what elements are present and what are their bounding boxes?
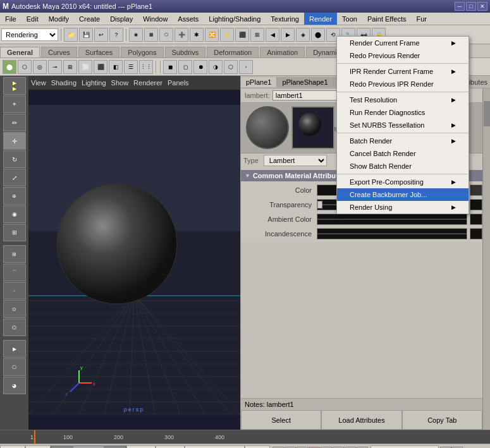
minimize-button[interactable]: ─: [455, 2, 465, 11]
toolbar2-icon-r6[interactable]: ◦: [239, 60, 253, 74]
sidebar-scale[interactable]: ⤢: [3, 169, 26, 186]
toolbar-icon-14[interactable]: ◀: [266, 28, 279, 42]
render-menu-item-render-current[interactable]: Render Current Frame ▶: [337, 37, 469, 49]
menu-file[interactable]: File: [0, 13, 21, 25]
toolbar2-icon-5[interactable]: ⊞: [63, 60, 77, 74]
current-range-start[interactable]: 1.00: [25, 445, 51, 449]
sidebar-snap-view[interactable]: ⊙: [3, 300, 26, 318]
tab-animation[interactable]: Animation: [260, 47, 305, 58]
range-slider[interactable]: [51, 445, 126, 449]
type-select[interactable]: Lambert: [264, 155, 327, 166]
toolbar2-icon-r1[interactable]: ◼: [163, 60, 177, 74]
end-range-field[interactable]: 24.00: [126, 445, 156, 449]
render-menu-item-redo-prev[interactable]: Redo Previous Render: [337, 49, 469, 62]
sidebar-move[interactable]: ✛: [3, 132, 26, 150]
viewport-canvas[interactable]: x y z persp: [28, 90, 240, 430]
render-menu-item-redo-ipr[interactable]: Redo Previous IPR Render: [337, 78, 469, 90]
toolbar-icon-5[interactable]: ◉: [129, 28, 143, 42]
menu-create[interactable]: Create: [74, 13, 105, 25]
no-anim-layer-dropdown[interactable]: ▼ No Anim Layer: [185, 445, 245, 449]
toolbar2-icon-r5[interactable]: ⬡: [224, 60, 238, 74]
toolbar-icon-15[interactable]: ▶: [281, 28, 295, 42]
render-menu-item-cancel-batch[interactable]: Cancel Batch Render: [337, 147, 469, 160]
scroll-thumb[interactable]: [484, 101, 490, 126]
toolbar2-icon-2[interactable]: ⬡: [18, 60, 32, 74]
close-button[interactable]: ✕: [477, 2, 487, 11]
menu-paint-effects[interactable]: Paint Effects: [362, 13, 412, 25]
no-char-set-dropdown[interactable]: ▼ No Character Set: [371, 445, 439, 449]
toolbar-icon-8[interactable]: ➕: [175, 28, 188, 42]
maximize-button[interactable]: □: [466, 2, 476, 11]
sidebar-render[interactable]: ▶: [3, 340, 26, 358]
toolbar2-icon-6[interactable]: ⬜: [78, 60, 92, 74]
toolbar-icon-10[interactable]: 🔀: [205, 28, 219, 42]
toolbar-icon-17[interactable]: ⬤: [311, 28, 325, 42]
mode-selector[interactable]: Rendering: [1, 28, 58, 41]
incandescence-swatch[interactable]: [470, 228, 482, 239]
menu-toon[interactable]: Toon: [337, 13, 362, 25]
sidebar-display[interactable]: ◕: [3, 377, 26, 394]
menu-window[interactable]: Window: [138, 13, 173, 25]
sidebar-history[interactable]: ⌬: [3, 318, 26, 336]
window-controls[interactable]: ─ □ ✕: [455, 2, 487, 11]
sidebar-paint[interactable]: ✏: [3, 114, 26, 131]
toolbar2-icon-r3[interactable]: ⏺: [193, 60, 207, 74]
render-menu-item-run-diag[interactable]: Run Render Diagnostics: [337, 106, 469, 119]
attr-tab-pplane1[interactable]: pPlane1: [241, 77, 277, 87]
sidebar-snap-curve[interactable]: ⌒: [3, 263, 26, 281]
menu-assets[interactable]: Assets: [173, 13, 204, 25]
tab-subdivs[interactable]: Subdrivs: [165, 47, 206, 58]
sidebar-snap-point[interactable]: ◦: [3, 282, 26, 300]
tab-curves[interactable]: Curves: [41, 47, 77, 58]
tab-polygons[interactable]: Polygons: [121, 47, 163, 58]
toolbar2-icon-7[interactable]: ⬛: [94, 60, 107, 74]
toolbar-icon-16[interactable]: ◈: [296, 28, 310, 42]
viewport-menu-panels[interactable]: Panels: [168, 79, 189, 87]
sidebar-lasso[interactable]: ⌖: [3, 95, 26, 113]
start-frame-field[interactable]: 1.00: [0, 445, 25, 449]
render-menu-item-set-nurbs[interactable]: Set NURBS Tessellation ▶: [337, 119, 469, 131]
tab-surfaces[interactable]: Surfaces: [78, 47, 119, 58]
viewport-menu-view[interactable]: View: [31, 79, 46, 87]
menu-lighting[interactable]: Lighting/Shading: [204, 13, 266, 25]
viewport-menu-lighting[interactable]: Lighting: [82, 79, 106, 87]
menu-modify[interactable]: Modify: [44, 13, 74, 25]
sidebar-universal[interactable]: ⊕: [3, 187, 26, 205]
toolbar-icon-4[interactable]: ?: [109, 28, 123, 42]
viewport-menu-show[interactable]: Show: [111, 79, 129, 87]
toolbar-icon-6[interactable]: ▦: [144, 28, 158, 42]
menu-fur[interactable]: Fur: [411, 13, 432, 25]
render-menu-item-show-batch[interactable]: Show Batch Render: [337, 160, 469, 173]
transparency-swatch[interactable]: [470, 199, 482, 210]
render-menu-item-ipr-current[interactable]: IPR Render Current Frame ▶: [337, 65, 469, 78]
sidebar-ipr[interactable]: ⎔: [3, 358, 26, 376]
toolbar-icon-9[interactable]: ✱: [190, 28, 204, 42]
sidebar-snap-grid[interactable]: ⊞: [3, 245, 26, 263]
toolbar-icon-13[interactable]: ⊞: [250, 28, 264, 42]
toolbar2-icon-3[interactable]: ◎: [33, 60, 47, 74]
select-button[interactable]: Select: [241, 411, 321, 430]
toolbar2-icon-9[interactable]: ☰: [124, 60, 138, 74]
toolbar2-icon-r4[interactable]: ◑: [209, 60, 223, 74]
toolbar2-icon-8[interactable]: ◧: [109, 60, 123, 74]
toolbar-icon-1[interactable]: 📁: [64, 28, 78, 42]
toolbar2-icon-r2[interactable]: ◻: [178, 60, 192, 74]
ambient-color-swatch[interactable]: [470, 214, 482, 225]
toolbar2-icon-10[interactable]: ⋮⋮: [139, 60, 153, 74]
render-menu-item-export-pre[interactable]: Export Pre-Compositing ▶: [337, 176, 469, 188]
menu-display[interactable]: Display: [105, 13, 138, 25]
sidebar-soft-mod[interactable]: ◉: [3, 205, 26, 223]
tab-deformation[interactable]: Deformation: [207, 47, 259, 58]
copy-tab-button[interactable]: Copy Tab: [402, 411, 482, 430]
toolbar-icon-12[interactable]: ⬛: [235, 28, 249, 42]
load-attributes-button[interactable]: Load Attributes: [321, 411, 401, 430]
viewport-menu-renderer[interactable]: Renderer: [133, 79, 162, 87]
end-frame-field[interactable]: 48.00: [156, 445, 185, 449]
toolbar-icon-3[interactable]: ↩: [94, 28, 108, 42]
toolbar-icon-2[interactable]: 💾: [79, 28, 93, 42]
color-swatch[interactable]: [470, 185, 482, 196]
ambient-color-field[interactable]: [317, 214, 467, 225]
attr-tab-pplaneshape1[interactable]: pPlaneShape1: [277, 77, 333, 87]
toolbar-icon-7[interactable]: ⬡: [159, 28, 173, 42]
right-panel-scrollbar[interactable]: [482, 88, 490, 430]
